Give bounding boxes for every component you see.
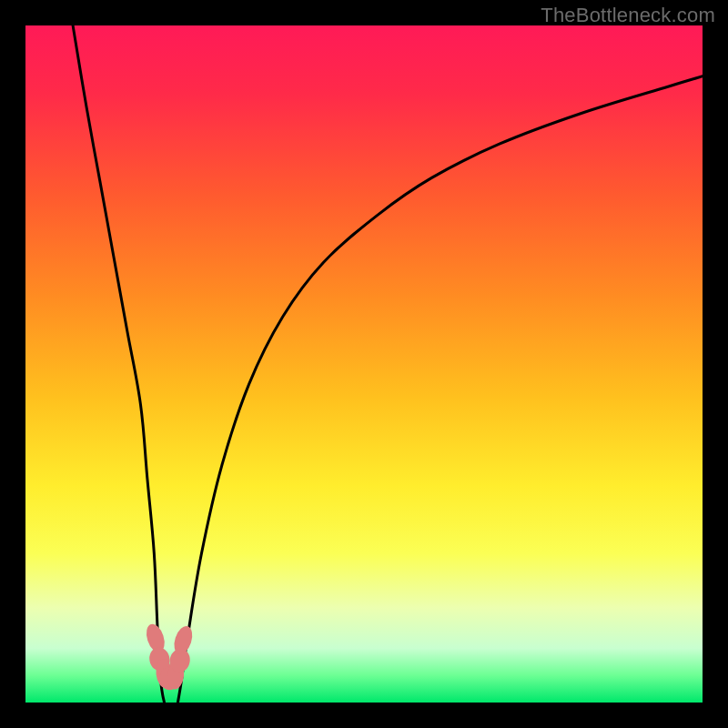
- plot-area: [25, 25, 703, 703]
- left-curve: [73, 25, 164, 703]
- right-curve: [177, 76, 703, 703]
- watermark-text: TheBottleneck.com: [541, 4, 715, 27]
- chart-frame: TheBottleneck.com: [0, 0, 728, 728]
- curves-layer: [25, 25, 703, 703]
- fit-zone-markers: [143, 622, 196, 690]
